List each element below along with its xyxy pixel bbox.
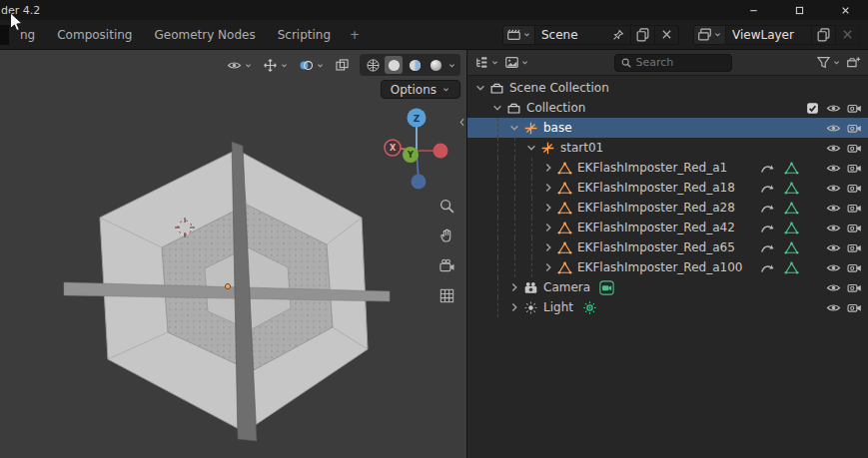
scene-name-field[interactable]: Scene (535, 25, 631, 45)
disclosure-expanded-icon[interactable] (473, 81, 487, 95)
checkbox-icon[interactable] (805, 101, 820, 116)
pin-icon[interactable] (612, 29, 624, 41)
minimize-button[interactable] (730, 0, 776, 20)
disclosure-collapsed-icon[interactable] (541, 260, 555, 274)
add-workspace-tab[interactable]: + (342, 20, 368, 49)
disclosure-expanded-icon[interactable] (524, 141, 538, 155)
eye-icon[interactable] (826, 121, 841, 136)
outliner-row-scene-collection[interactable]: Scene Collection (467, 78, 868, 98)
viewlayer-name-field[interactable]: ViewLayer (726, 25, 812, 45)
display-mode-dropdown[interactable] (474, 55, 499, 70)
new-viewlayer-button[interactable] (812, 25, 836, 45)
camera-icon[interactable] (847, 101, 862, 116)
outliner-row-ekflashimposter-red-a18[interactable]: EKFlashImposter_Red_a18 (467, 178, 868, 198)
outliner-row-ekflashimposter-red-a100[interactable]: EKFlashImposter_Red_a100 (467, 257, 868, 277)
outliner-row-base[interactable]: base (467, 118, 868, 138)
filter-dropdown[interactable] (816, 55, 841, 70)
disclosure-expanded-icon[interactable] (507, 121, 521, 135)
close-button[interactable] (822, 0, 868, 20)
eye-icon[interactable] (826, 260, 841, 275)
unlink-scene-button[interactable] (655, 25, 679, 45)
object-type-visibility-button[interactable] (227, 58, 253, 73)
tab-geometry-nodes[interactable]: Geometry Nodes (143, 20, 266, 49)
disclosure-collapsed-icon[interactable] (541, 240, 555, 254)
camera-icon[interactable] (847, 121, 862, 136)
shading-rendered-button[interactable] (427, 56, 444, 74)
remove-viewlayer-button[interactable] (836, 25, 860, 45)
eye-icon[interactable] (826, 101, 841, 116)
constraint-icon[interactable] (760, 201, 775, 216)
region-collapse-arrow[interactable] (457, 115, 466, 130)
filter-id-type-dropdown[interactable] (504, 55, 529, 70)
mesh-data-icon[interactable] (784, 201, 799, 216)
browse-viewlayer-button[interactable] (693, 25, 726, 45)
constraint-icon[interactable] (760, 260, 775, 275)
camera-icon[interactable] (847, 300, 862, 315)
eye-icon[interactable] (826, 141, 841, 156)
show-overlays-button[interactable] (299, 58, 325, 73)
constraint-icon[interactable] (760, 161, 775, 176)
blender-menu-partial[interactable] (0, 25, 9, 45)
navigation-gizmo[interactable]: Z X Y (384, 106, 455, 196)
outliner-row-ekflashimposter-red-a42[interactable]: EKFlashImposter_Red_a42 (467, 218, 868, 237)
mesh-data-icon[interactable] (784, 161, 799, 176)
outliner-row-start01[interactable]: start01 (467, 138, 868, 158)
shading-material-preview-button[interactable] (406, 56, 424, 74)
camera-icon[interactable] (847, 260, 862, 275)
mesh-data-icon[interactable] (784, 221, 799, 235)
options-button[interactable]: Options (381, 80, 460, 99)
eye-icon[interactable] (826, 221, 841, 235)
tab-compositing[interactable]: Compositing (46, 20, 143, 49)
outliner-row-camera[interactable]: Camera (467, 277, 868, 297)
show-gizmos-button[interactable] (263, 58, 289, 73)
light-data-icon[interactable] (582, 300, 597, 315)
camera-icon[interactable] (847, 240, 862, 255)
outliner-search[interactable] (614, 54, 732, 72)
new-scene-button[interactable] (631, 25, 655, 45)
disclosure-expanded-icon[interactable] (490, 101, 504, 115)
eye-icon[interactable] (826, 240, 841, 255)
maximize-button[interactable] (776, 0, 822, 20)
shading-wireframe-button[interactable] (364, 56, 382, 74)
outliner-row-light[interactable]: Light (467, 297, 868, 317)
disclosure-collapsed-icon[interactable] (541, 221, 555, 234)
disclosure-collapsed-icon[interactable] (507, 280, 521, 294)
new-collection-button[interactable] (846, 55, 861, 70)
mesh-data-icon[interactable] (784, 240, 799, 255)
disclosure-collapsed-icon[interactable] (541, 201, 555, 215)
pan-button[interactable] (436, 226, 456, 245)
shading-solid-button[interactable] (385, 56, 403, 74)
eye-icon[interactable] (826, 280, 841, 295)
constraint-icon[interactable] (760, 240, 775, 255)
toggle-xray-button[interactable] (335, 58, 350, 73)
camera-icon[interactable] (847, 141, 862, 156)
disclosure-collapsed-icon[interactable] (541, 181, 555, 195)
constraint-icon[interactable] (760, 181, 775, 196)
camera-icon[interactable] (847, 280, 862, 295)
outliner-row-ekflashimposter-red-a1[interactable]: EKFlashImposter_Red_a1 (467, 158, 868, 178)
camera-icon[interactable] (847, 221, 862, 235)
camera-icon[interactable] (847, 201, 862, 216)
mesh-data-icon[interactable] (784, 181, 799, 196)
eye-icon[interactable] (826, 201, 841, 216)
eye-icon[interactable] (826, 161, 841, 176)
mesh-data-icon[interactable] (784, 260, 799, 275)
camera-icon[interactable] (847, 181, 862, 196)
disclosure-collapsed-icon[interactable] (507, 300, 521, 314)
gizmo-z-label[interactable]: Z (414, 114, 421, 124)
disclosure-collapsed-icon[interactable] (541, 161, 555, 175)
viewport-3d[interactable]: Options Z X Y (0, 50, 467, 458)
gizmo-x-label[interactable]: X (390, 144, 397, 153)
camera-data-icon[interactable] (599, 280, 614, 295)
camera-icon[interactable] (847, 161, 862, 176)
outliner-row-collection[interactable]: Collection (467, 98, 868, 118)
eye-icon[interactable] (826, 300, 841, 315)
outliner-row-ekflashimposter-red-a65[interactable]: EKFlashImposter_Red_a65 (467, 237, 868, 257)
toggle-perspective-button[interactable] (436, 285, 456, 305)
outliner-row-ekflashimposter-red-a28[interactable]: EKFlashImposter_Red_a28 (467, 198, 868, 218)
eye-icon[interactable] (826, 181, 841, 196)
search-input[interactable] (636, 56, 726, 69)
constraint-icon[interactable] (760, 221, 775, 235)
camera-view-button[interactable] (436, 255, 456, 275)
browse-scene-button[interactable] (502, 25, 535, 45)
